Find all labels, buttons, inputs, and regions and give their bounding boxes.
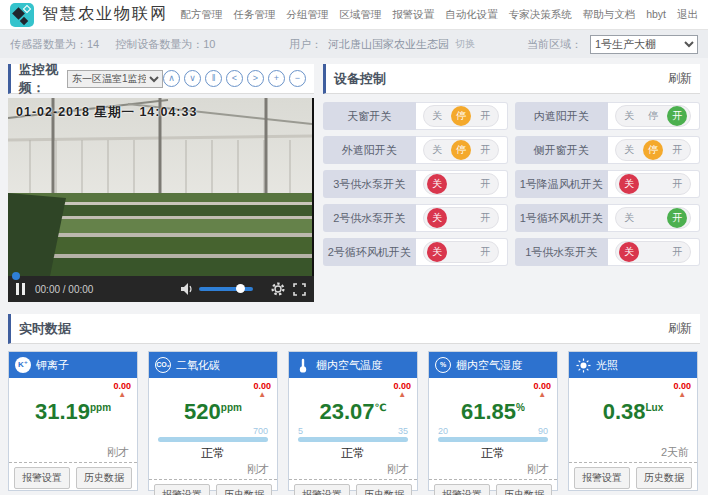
device-toggle: 关开 <box>615 241 691 263</box>
device-row: 2号供水泵开关关开 <box>323 204 508 232</box>
co2-icon: CO₂ <box>155 357 171 373</box>
app-title: 智慧农业物联网 <box>42 4 168 25</box>
menu-task-mgmt[interactable]: 任务管理 <box>233 8 275 22</box>
pan-left-icon[interactable]: < <box>226 70 243 87</box>
alarm-settings-button[interactable]: 报警设置 <box>434 484 490 495</box>
device-label: 外遮阳开关 <box>323 136 416 164</box>
settings-gear-icon[interactable] <box>271 282 285 296</box>
video-timestamp: 01-02-2018 星期一 14:04:33 <box>16 104 197 121</box>
toggle-option[interactable]: 关 <box>619 208 639 228</box>
fullscreen-icon[interactable] <box>293 283 306 296</box>
device-label: 2号循环风机开关 <box>323 238 416 266</box>
history-data-button[interactable]: 历史数据 <box>356 484 412 495</box>
toggle-option-active[interactable]: 关 <box>619 174 639 194</box>
toggle-option-active[interactable]: 关 <box>427 208 447 228</box>
range-row: 700 <box>153 426 273 436</box>
device-row: 1号供水泵开关关开 <box>515 238 700 266</box>
delta-indicator: 0.00▲ <box>113 381 131 398</box>
pan-up-icon[interactable]: ∧ <box>163 70 180 87</box>
device-refresh-link[interactable]: 刷新 <box>668 70 692 87</box>
card-label: 棚内空气温度 <box>316 358 382 373</box>
zoom-out-icon[interactable]: − <box>289 70 306 87</box>
menu-region-mgmt[interactable]: 区域管理 <box>339 8 381 22</box>
toggle-option[interactable]: 开 <box>475 106 495 126</box>
toggle-option-active[interactable]: 停 <box>643 140 663 160</box>
menu-group-mgmt[interactable]: 分组管理 <box>286 8 328 22</box>
toggle-option[interactable]: 关 <box>619 106 639 126</box>
toggle-option-active[interactable]: 关 <box>619 242 639 262</box>
history-data-button[interactable]: 历史数据 <box>636 467 692 489</box>
toggle-option[interactable]: 开 <box>475 174 495 194</box>
menu-recipe-mgmt[interactable]: 配方管理 <box>180 8 222 22</box>
card-label: 二氧化碳 <box>176 358 220 373</box>
device-toggle: 关开 <box>615 207 691 229</box>
sensor-cards: K⁺钾离子 0.00▲ 31.19ppm 刚才 报警设置 历史数据 CO₂二氧化… <box>8 351 700 491</box>
toggle-option[interactable]: 开 <box>475 242 495 262</box>
toggle-option-active[interactable]: 关 <box>427 242 447 262</box>
play-pause-button[interactable] <box>16 283 25 295</box>
pan-right-icon[interactable]: > <box>247 70 264 87</box>
toggle-option[interactable]: 开 <box>667 140 687 160</box>
thermometer-icon <box>295 357 311 373</box>
device-toggle: 关开 <box>423 173 499 195</box>
humidity-icon: % <box>435 357 451 373</box>
user-label: 用户： <box>289 37 322 52</box>
toggle-option[interactable]: 关 <box>427 140 447 160</box>
toggle-option-active[interactable]: 停 <box>451 106 471 126</box>
menu-alarm-settings[interactable]: 报警设置 <box>392 8 434 22</box>
device-toggle: 关停开 <box>615 105 691 127</box>
sensor-value: 61.85% <box>433 397 553 423</box>
region-select[interactable]: 1号生产大棚 <box>590 35 698 54</box>
pan-down-icon[interactable]: ∨ <box>184 70 201 87</box>
history-data-button[interactable]: 历史数据 <box>216 484 272 495</box>
device-row: 3号供水泵开关关开 <box>323 170 508 198</box>
video-section-title: 监控视频： <box>19 61 63 97</box>
device-count: 控制设备数量为：10 <box>115 37 215 52</box>
greenhouse-video-frame <box>8 98 312 276</box>
sensor-value: 31.19ppm <box>13 397 133 423</box>
toggle-option[interactable]: 关 <box>619 140 639 160</box>
toggle-option-active[interactable]: 停 <box>451 140 471 160</box>
progress-dot[interactable] <box>12 272 20 280</box>
device-row: 外遮阳开关关停开 <box>323 136 508 164</box>
toggle-option[interactable]: 开 <box>475 140 495 160</box>
range-row: 2090 <box>433 426 553 436</box>
sensor-card-air-humidity: %棚内空气湿度 0.00▲ 61.85% 2090 正常 刚才 报警设置 历史数… <box>428 351 558 491</box>
toggle-option[interactable]: 开 <box>667 174 687 194</box>
history-data-button[interactable]: 历史数据 <box>76 467 132 489</box>
device-row: 1号降温风机开关关开 <box>515 170 700 198</box>
menu-username[interactable]: hbyt <box>646 8 666 22</box>
pause-icon[interactable]: ‖ <box>205 70 222 87</box>
menu-expert-system[interactable]: 专家决策系统 <box>509 8 572 22</box>
toggle-option-active[interactable]: 开 <box>667 208 687 228</box>
history-data-button[interactable]: 历史数据 <box>496 484 552 495</box>
device-label: 1号供水泵开关 <box>515 238 608 266</box>
switch-user-link[interactable]: 切换 <box>455 37 475 51</box>
video-player[interactable]: 01-02-2018 星期一 14:04:33 00:00 / 00:00 <box>8 98 314 302</box>
update-time: 2天前 <box>573 445 693 460</box>
alarm-settings-button[interactable]: 报警设置 <box>574 467 630 489</box>
volume-slider[interactable] <box>199 287 253 291</box>
volume-icon[interactable] <box>181 283 194 295</box>
range-bar <box>298 437 408 442</box>
zoom-in-icon[interactable]: + <box>268 70 285 87</box>
device-row: 侧开窗开关关停开 <box>515 136 700 164</box>
alarm-settings-button[interactable]: 报警设置 <box>154 484 210 495</box>
menu-automation-settings[interactable]: 自动化设置 <box>445 8 498 22</box>
toggle-option[interactable]: 停 <box>643 106 663 126</box>
main-menu: 配方管理 任务管理 分组管理 区域管理 报警设置 自动化设置 专家决策系统 帮助… <box>180 8 698 22</box>
sensor-value: 23.07℃ <box>293 397 413 423</box>
alarm-settings-button[interactable]: 报警设置 <box>14 467 70 489</box>
alarm-settings-button[interactable]: 报警设置 <box>294 484 350 495</box>
app-logo-icon <box>10 3 34 27</box>
toggle-option-active[interactable]: 关 <box>427 174 447 194</box>
toggle-option[interactable]: 开 <box>667 242 687 262</box>
toggle-option[interactable]: 开 <box>475 208 495 228</box>
delta-indicator: 0.00▲ <box>673 381 691 398</box>
menu-help-docs[interactable]: 帮助与文档 <box>583 8 636 22</box>
toggle-option[interactable]: 关 <box>427 106 447 126</box>
toggle-option-active[interactable]: 开 <box>667 106 687 126</box>
camera-select[interactable]: 东一区温室1监控 <box>67 70 163 88</box>
menu-logout[interactable]: 退出 <box>677 8 698 22</box>
realtime-refresh-link[interactable]: 刷新 <box>668 320 692 337</box>
